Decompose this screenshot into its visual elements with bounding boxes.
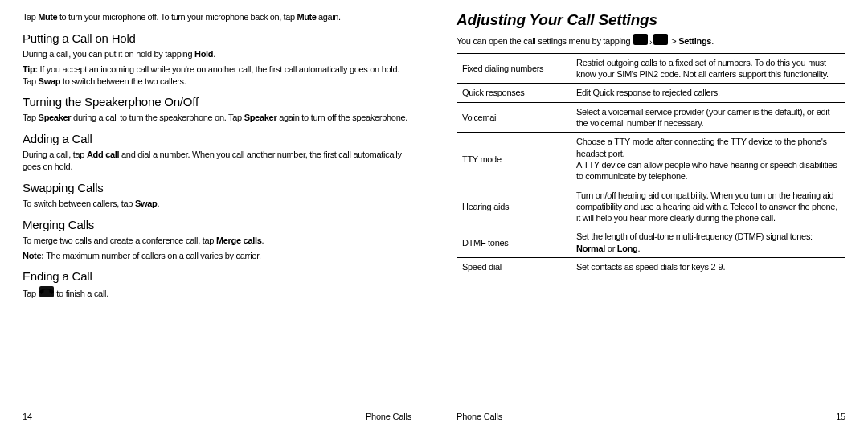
footer-left-page: 14 Phone Calls [23,407,411,421]
hangup-icon [39,286,54,297]
svg-point-2 [660,43,662,45]
setting-name: Hearing aids [457,186,571,227]
setting-name: DTMF tones [457,227,571,258]
table-row: DTMF tonesSet the length of dual-tone mu… [457,227,845,258]
section-hold: Putting a Call on Hold During a call, yo… [23,31,411,88]
setting-description: Turn on/off hearing aid compatibility. W… [571,186,845,227]
svg-point-1 [660,39,662,41]
setting-name: Quick responses [457,84,571,102]
settings-table: Fixed dialing numbersRestrict outgoing c… [457,53,845,276]
table-row: TTY modeChoose a TTY mode after connecti… [457,133,845,186]
table-row: Speed dialSet contacts as speed dials fo… [457,258,845,276]
setting-description: Set contacts as speed dials for keys 2-9… [571,258,845,276]
heading-call-settings: Adjusting Your Call Settings [457,11,845,29]
setting-name: Fixed dialing numbers [457,53,571,84]
mute-intro: Tap Mute to turn your microphone off. To… [23,11,411,23]
section-swap: Swapping Calls To switch between callers… [23,181,411,210]
table-row: VoicemailSelect a voicemail service prov… [457,102,845,133]
heading-hold: Putting a Call on Hold [23,31,411,45]
section-add-call: Adding a Call During a call, tap Add cal… [23,132,411,173]
page-left: Tap Mute to turn your microphone off. To… [0,0,434,434]
page-right: Adjusting Your Call Settings You can ope… [434,0,868,434]
section-merge: Merging Calls To merge two calls and cre… [23,218,411,262]
chevron-icon: › [649,36,652,48]
section-name-right: Phone Calls [457,411,502,421]
table-row: Quick responsesEdit Quick response to re… [457,84,845,102]
settings-table-body: Fixed dialing numbersRestrict outgoing c… [457,53,845,276]
section-end-call: Ending a Call Tap to finish a call. [23,269,411,300]
heading-add-call: Adding a Call [23,132,411,145]
setting-description: Choose a TTY mode after connecting the T… [571,133,845,186]
svg-point-0 [660,34,662,36]
heading-speaker: Turning the Speakerphone On/Off [23,95,411,108]
section-speaker: Turning the Speakerphone On/Off Tap Spea… [23,95,411,124]
setting-name: TTY mode [457,133,571,186]
footer-right-page: Phone Calls 15 [457,407,845,421]
settings-intro: You can open the call settings menu by t… [457,34,845,48]
heading-end-call: Ending a Call [23,269,411,283]
setting-name: Voicemail [457,102,571,133]
setting-name: Speed dial [457,258,571,276]
phone-icon [633,34,648,45]
setting-description: Set the length of dual-tone multi-freque… [571,227,845,258]
menu-dots-icon [653,34,668,45]
end-call-line: Tap to finish a call. [23,286,411,300]
section-name-left: Phone Calls [366,411,411,421]
page-number-right: 15 [836,411,845,421]
page-number-left: 14 [23,411,32,421]
heading-merge: Merging Calls [23,218,411,231]
setting-description: Select a voicemail service provider (you… [571,102,845,133]
setting-description: Edit Quick response to rejected callers. [571,84,845,102]
table-row: Fixed dialing numbersRestrict outgoing c… [457,53,845,84]
setting-description: Restrict outgoing calls to a fixed set o… [571,53,845,84]
heading-swap: Swapping Calls [23,181,411,194]
page-spread: Tap Mute to turn your microphone off. To… [0,0,868,434]
table-row: Hearing aidsTurn on/off hearing aid comp… [457,186,845,227]
